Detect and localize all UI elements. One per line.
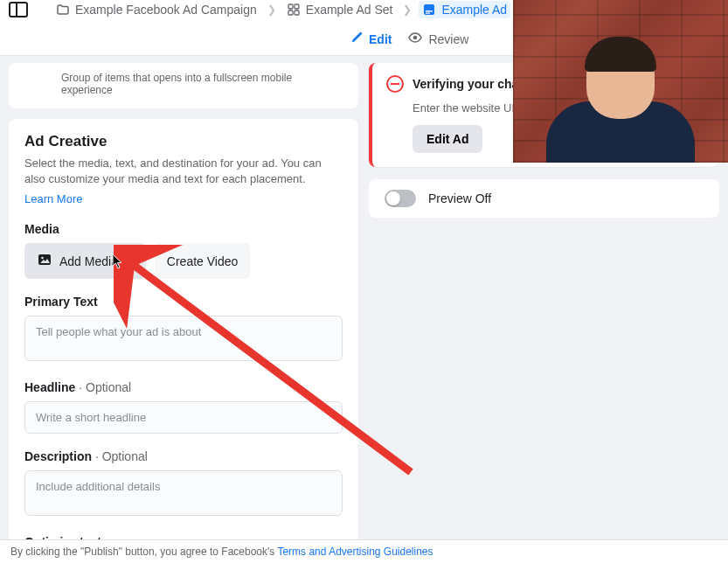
- image-icon: [37, 252, 52, 270]
- headline-label: Headline · Optional: [24, 380, 343, 394]
- svg-point-7: [413, 36, 418, 40]
- chevron-right-icon: ❯: [266, 3, 278, 16]
- add-media-label: Add Media: [59, 254, 118, 268]
- headline-label-text: Headline: [24, 380, 75, 394]
- preview-toggle-card: Preview Off: [369, 179, 719, 218]
- pencil-icon: [350, 31, 364, 47]
- svg-rect-8: [38, 254, 51, 265]
- primary-text-input[interactable]: [24, 316, 343, 361]
- preview-toggle[interactable]: [385, 190, 416, 207]
- ad-creative-card: Ad Creative Select the media, text, and …: [9, 119, 358, 563]
- eye-icon: [407, 30, 423, 48]
- description-label-text: Description: [24, 449, 92, 463]
- svg-rect-0: [288, 4, 293, 9]
- primary-text-label: Primary Text: [24, 295, 343, 309]
- webcam-overlay: [513, 0, 728, 163]
- media-label: Media: [24, 222, 343, 236]
- instant-experience-hint: Group of items that opens into a fullscr…: [9, 63, 358, 108]
- ad-creative-title: Ad Creative: [24, 133, 343, 150]
- tab-review-label: Review: [428, 32, 468, 46]
- breadcrumb-adset[interactable]: Example Ad Set: [283, 1, 397, 18]
- breadcrumb-adset-label: Example Ad Set: [306, 3, 393, 17]
- footer-text: By clicking the "Publish" button, you ag…: [10, 546, 277, 558]
- svg-rect-1: [295, 4, 299, 9]
- error-icon: [386, 75, 404, 93]
- description-optional: · Optional: [92, 449, 148, 463]
- panel-collapse-icon[interactable]: [9, 2, 28, 17]
- folder-icon: [56, 3, 70, 17]
- tab-edit[interactable]: Edit: [350, 31, 392, 47]
- ad-creative-desc: Select the media, text, and destination …: [24, 156, 343, 187]
- add-media-button[interactable]: Add Media ▼: [24, 243, 146, 279]
- svg-rect-3: [295, 10, 299, 15]
- footer: By clicking the "Publish" button, you ag…: [0, 539, 728, 563]
- description-label: Description · Optional: [24, 449, 343, 463]
- edit-ad-button[interactable]: Edit Ad: [413, 125, 482, 153]
- svg-rect-6: [426, 13, 430, 14]
- preview-toggle-label: Preview Off: [428, 191, 491, 205]
- description-input[interactable]: [24, 470, 343, 516]
- learn-more-link[interactable]: Learn More: [24, 192, 82, 205]
- create-video-label: Create Video: [167, 254, 238, 268]
- footer-link[interactable]: Terms and Advertising Guidelines: [277, 546, 433, 558]
- svg-point-9: [41, 257, 44, 260]
- svg-rect-5: [426, 10, 433, 12]
- tab-edit-label: Edit: [369, 32, 392, 46]
- caret-down-icon: ▼: [125, 256, 134, 266]
- headline-optional: · Optional: [75, 380, 131, 394]
- tab-review[interactable]: Review: [407, 30, 468, 48]
- create-video-button[interactable]: Create Video: [155, 243, 250, 279]
- ad-icon: [422, 3, 436, 17]
- breadcrumb-campaign-label: Example Facebook Ad Campaign: [75, 3, 257, 17]
- headline-input[interactable]: [24, 401, 343, 434]
- svg-rect-2: [288, 10, 293, 15]
- chevron-right-icon: ❯: [401, 3, 413, 16]
- breadcrumb-ad-label: Example Ad: [441, 3, 507, 17]
- breadcrumb-campaign[interactable]: Example Facebook Ad Campaign: [52, 1, 260, 18]
- hint-text: Group of items that opens into a fullscr…: [61, 72, 292, 96]
- adset-icon: [287, 3, 301, 17]
- breadcrumb-ad[interactable]: Example Ad: [419, 1, 510, 18]
